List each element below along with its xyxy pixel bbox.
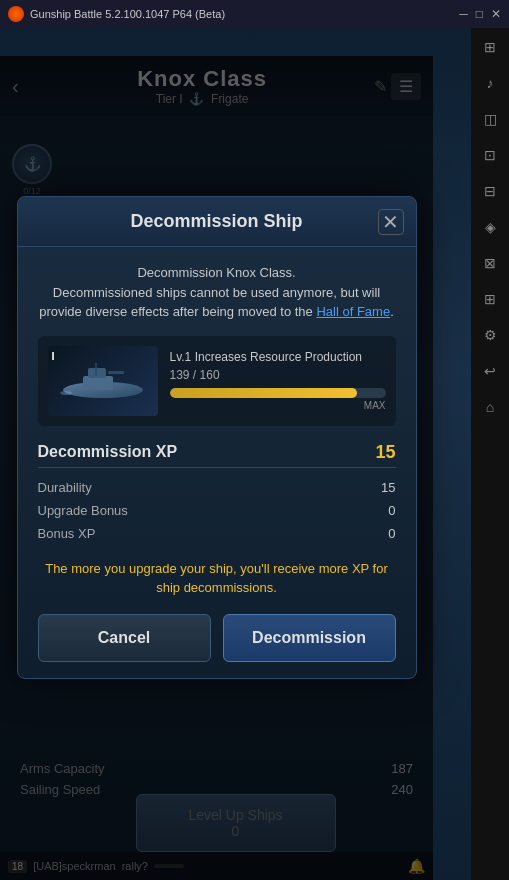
decommission-xp-value: 15 [375,442,395,463]
modal-body: Decommission Knox Class. Decommissioned … [18,247,416,678]
info-text: The more you upgrade your ship, you'll r… [38,559,396,598]
ship-exp-max: 160 [200,368,220,382]
exp-progress-fill [170,388,358,398]
sidebar-icon-3[interactable]: ◫ [479,108,501,130]
sidebar-icon-10[interactable]: ↩ [479,360,501,382]
decommission-modal: Decommission Ship ✕ Decommission Knox Cl… [17,196,417,679]
bonus-xp-row: Bonus XP 0 [38,522,396,545]
svg-point-5 [60,391,72,395]
description-line1: Decommission Knox Class. [137,265,295,280]
right-sidebar: ⊞ ♪ ◫ ⊡ ⊟ ◈ ⊠ ⊞ ⚙ ↩ ⌂ [471,28,509,880]
hall-of-fame-link[interactable]: Hall of Fame [316,304,390,319]
sidebar-icon-9[interactable]: ⚙ [479,324,501,346]
ship-stat-label: Lv.1 Increases Resource Production [170,350,386,364]
modal-title: Decommission Ship [130,211,302,231]
stats-section: Decommission XP 15 Durability 15 Upgrade… [38,442,396,545]
minimize-button[interactable]: ─ [459,7,468,21]
decommission-xp-label: Decommission XP [38,443,178,461]
app-title: Gunship Battle 5.2.100.1047 P64 (Beta) [30,8,453,20]
svg-rect-2 [88,368,106,378]
svg-rect-3 [108,371,124,374]
durability-label: Durability [38,480,92,495]
bonus-xp-label: Bonus XP [38,526,96,541]
sidebar-icon-5[interactable]: ⊟ [479,180,501,202]
description-period: . [390,304,394,319]
window-controls: ─ □ ✕ [459,7,501,21]
sidebar-icon-8[interactable]: ⊞ [479,288,501,310]
sidebar-icon-11[interactable]: ⌂ [479,396,501,418]
ship-preview: I [38,336,396,426]
ship-exp-values: 139 / 160 [170,368,386,382]
app-icon [8,6,24,22]
decommission-button[interactable]: Decommission [223,614,396,662]
modal-header: Decommission Ship ✕ [18,197,416,247]
ship-stats-info: Lv.1 Increases Resource Production 139 /… [170,350,386,411]
sidebar-icon-6[interactable]: ◈ [479,216,501,238]
upgrade-bonus-row: Upgrade Bonus 0 [38,499,396,522]
sidebar-icon-7[interactable]: ⊠ [479,252,501,274]
modal-buttons: Cancel Decommission [38,614,396,662]
sidebar-icon-2[interactable]: ♪ [479,72,501,94]
close-button[interactable]: ✕ [491,7,501,21]
ship-silhouette-image [58,358,148,403]
upgrade-bonus-label: Upgrade Bonus [38,503,128,518]
game-background: ‹ ⚓ 0/12 Traits Knox Class Tier I ⚓ Frig… [0,28,471,880]
ship-level-badge: I [52,350,55,362]
modal-description: Decommission Knox Class. Decommissioned … [38,263,396,322]
max-label: MAX [170,400,386,411]
modal-overlay: Decommission Ship ✕ Decommission Knox Cl… [0,56,433,880]
durability-row: Durability 15 [38,476,396,499]
maximize-button[interactable]: □ [476,7,483,21]
sidebar-icon-4[interactable]: ⊡ [479,144,501,166]
exp-progress-bar [170,388,386,398]
svg-rect-1 [83,376,113,390]
bonus-xp-value: 0 [388,526,395,541]
decommission-xp-row: Decommission XP 15 [38,442,396,468]
ship-image-box: I [48,346,158,416]
title-bar: Gunship Battle 5.2.100.1047 P64 (Beta) ─… [0,0,509,28]
cancel-button[interactable]: Cancel [38,614,211,662]
ship-exp-current: 139 [170,368,190,382]
sidebar-icon-1[interactable]: ⊞ [479,36,501,58]
durability-value: 15 [381,480,395,495]
upgrade-bonus-value: 0 [388,503,395,518]
modal-close-button[interactable]: ✕ [378,209,404,235]
